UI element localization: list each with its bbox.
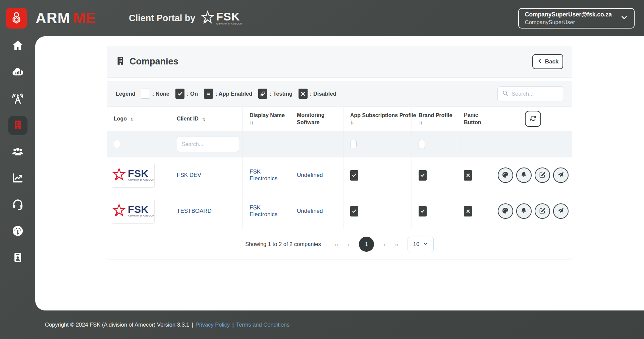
display-name-link[interactable]: FSK Electronics (250, 168, 290, 182)
back-button[interactable]: Back (532, 54, 563, 69)
sidebar-item-support[interactable] (0, 192, 35, 218)
send-button[interactable] (553, 167, 569, 183)
table-header-row: Logo ↑↓ Client ID ↑↓ Display Name ↑↓ Mon… (107, 106, 572, 131)
client-id-link[interactable]: TESTBOARD (177, 208, 212, 214)
sidebar-item-home[interactable] (0, 33, 35, 59)
copyright-text: Copyright © 2024 FSK (A division of Amec… (45, 322, 189, 328)
main-content-card: Companies Back Legend : None : On (35, 36, 644, 310)
portal-title: Client Portal by (129, 13, 195, 23)
notifications-button[interactable] (516, 203, 532, 219)
table-filter-row (107, 131, 572, 157)
chevron-down-icon (621, 14, 628, 22)
sidebar-item-monitoring[interactable] (0, 218, 35, 245)
edit-icon (539, 171, 546, 180)
edit-button[interactable] (535, 203, 550, 219)
android-icon (204, 89, 213, 99)
search-input[interactable] (512, 91, 558, 97)
sidebar-item-companies[interactable] (0, 112, 35, 139)
column-header-client-id: Client ID ↑↓ (170, 107, 243, 131)
column-header-panic-button: Panic Button (457, 107, 494, 131)
display-name-link[interactable]: FSK Electronics (250, 204, 290, 218)
logo-filter-checkbox[interactable] (114, 140, 120, 148)
sort-icon[interactable]: ↑↓ (202, 115, 205, 122)
footer-separator: | (232, 322, 233, 328)
fsk-star-icon (112, 167, 126, 183)
sidebar-item-transmitters[interactable] (0, 86, 35, 112)
brand-palette-button[interactable] (498, 167, 513, 183)
next-page-button[interactable]: › (383, 240, 385, 248)
palette-icon (501, 207, 509, 215)
headset-icon (11, 198, 24, 212)
sidebar-item-contacts[interactable] (0, 245, 35, 271)
current-page-button[interactable]: 1 (359, 237, 374, 252)
user-name: CompanySuperUser (525, 19, 612, 26)
vial-icon (258, 89, 267, 99)
legend-item-on: : On (175, 89, 198, 99)
padlock-icon (10, 11, 23, 26)
first-page-button[interactable]: « (335, 240, 339, 248)
legend-label: Legend (116, 91, 136, 97)
home-icon (12, 39, 24, 53)
sidebar-nav (0, 33, 35, 271)
palette-icon (501, 171, 509, 180)
check-icon (175, 89, 184, 99)
search-icon (502, 90, 508, 98)
chevron-left-icon (537, 58, 543, 65)
fsk-star-icon (201, 10, 215, 26)
brand-profile-filter-checkbox[interactable] (419, 140, 425, 148)
send-button[interactable] (553, 203, 569, 219)
footer: Copyright © 2024 FSK (A division of Amec… (0, 310, 644, 339)
sidebar-item-users[interactable] (0, 139, 35, 165)
edit-button[interactable] (535, 167, 550, 183)
brand-profile-status-on[interactable] (419, 206, 427, 216)
monitoring-software-link[interactable]: Undefined (297, 172, 323, 179)
table-row: FSK A division of AMECOR TESTBOARD FSK E… (107, 193, 572, 229)
legend-item-none: : None (141, 89, 169, 99)
sort-icon[interactable]: ↑↓ (130, 115, 133, 122)
app-subscriptions-status-on[interactable] (350, 170, 358, 181)
back-label: Back (545, 58, 559, 65)
client-id-filter-input[interactable] (182, 141, 234, 147)
brand-palette-button[interactable] (498, 203, 513, 219)
pagination-summary: Showing 1 to 2 of 2 companies (245, 241, 321, 247)
terms-link[interactable]: Terms and Conditions (236, 322, 290, 328)
sidebar-item-reports[interactable] (0, 165, 35, 192)
last-page-button[interactable]: » (394, 240, 398, 248)
companies-panel-header: Companies Back (107, 46, 572, 78)
client-id-link[interactable]: FSK DEV (177, 172, 201, 179)
app-subscriptions-filter-checkbox[interactable] (350, 140, 357, 148)
sort-icon[interactable]: ↑↓ (419, 119, 422, 126)
cloud-stats-icon (11, 65, 24, 80)
bell-icon (520, 171, 527, 179)
page-size-select[interactable]: 10 (408, 237, 434, 252)
previous-page-button[interactable]: ‹ (347, 240, 350, 248)
column-header-brand-profile: Brand Profile ↑↓ (412, 107, 457, 131)
id-card-icon (12, 252, 23, 264)
user-menu-button[interactable]: CompanySuperUser@fsk.co.za CompanySuperU… (518, 8, 635, 29)
users-icon (11, 145, 24, 159)
panic-button-status-disabled[interactable] (464, 170, 472, 181)
sort-icon[interactable]: ↑↓ (250, 119, 253, 126)
app-subscriptions-status-on[interactable] (350, 206, 358, 216)
monitoring-software-link[interactable]: Undefined (297, 208, 323, 214)
panic-button-status-disabled[interactable] (464, 206, 472, 216)
sidebar-active-highlight (8, 116, 28, 135)
building-icon (116, 56, 125, 67)
privacy-policy-link[interactable]: Privacy Policy (196, 322, 230, 328)
broadcast-tower-icon (11, 92, 24, 106)
table-row: FSK A division of AMECOR FSK DEV FSK Ele… (107, 157, 572, 193)
paper-plane-icon (557, 207, 564, 215)
sort-icon[interactable]: ↑↓ (350, 119, 353, 126)
brand-profile-status-on[interactable] (419, 170, 427, 181)
edit-icon (539, 207, 546, 215)
chevron-down-icon (423, 241, 428, 248)
legend-item-app-enabled: : App Enabled (204, 89, 252, 99)
legend-item-testing: : Testing (258, 89, 292, 99)
notifications-button[interactable] (516, 167, 532, 183)
refresh-button[interactable] (525, 111, 541, 127)
legend-band: Legend : None : On : App Enabled (107, 81, 572, 106)
fsk-logo: FSK A division of AMECOR (201, 10, 242, 26)
sidebar-item-cloud-stats[interactable] (0, 59, 35, 86)
legend-item-disabled: : Disabled (299, 89, 336, 99)
none-box-icon (141, 89, 150, 99)
